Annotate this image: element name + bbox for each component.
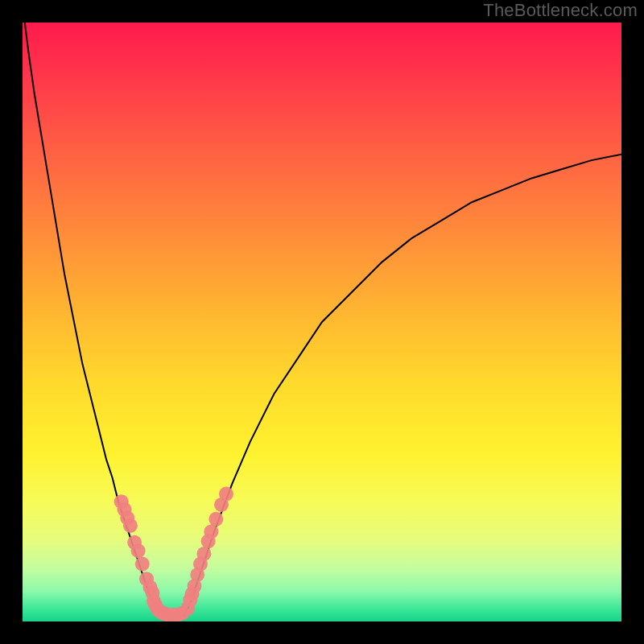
curve-layer [23, 23, 621, 621]
marker-dot [208, 512, 223, 526]
curve-right [184, 155, 621, 616]
marker-dot [131, 543, 146, 558]
curve-left [23, 23, 160, 616]
chart-frame: TheBottleneck.com [0, 0, 644, 644]
marker-dot [204, 524, 218, 539]
watermark-text: TheBottleneck.com [483, 0, 638, 21]
marker-dot [123, 518, 138, 533]
marker-dots [114, 487, 233, 621]
marker-dot [219, 487, 233, 502]
plot-area [23, 23, 621, 621]
marker-dot [135, 557, 150, 572]
marker-dot [196, 547, 211, 561]
